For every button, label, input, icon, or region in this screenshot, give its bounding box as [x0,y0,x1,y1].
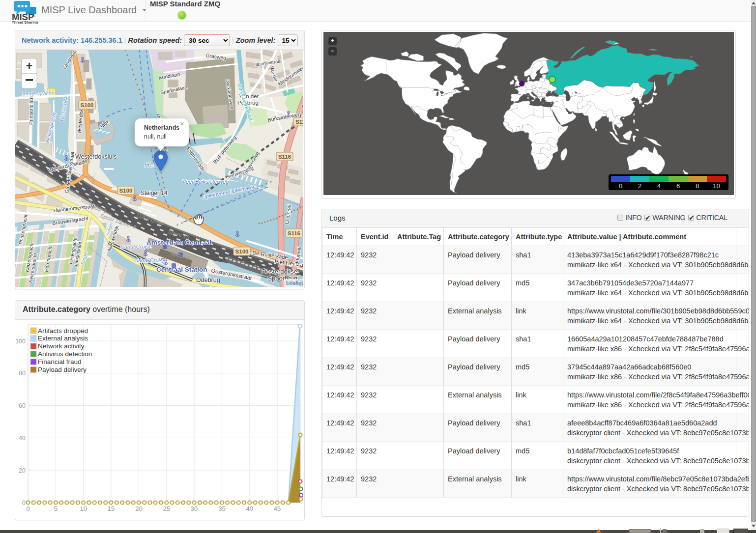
svg-text:Canal Cruise: Canal Cruise [120,244,152,250]
svg-text:Netherlands: Netherlands [144,124,179,131]
svg-text:30: 30 [191,505,198,512]
svg-text:Prinseneiland: Prinseneiland [28,93,34,125]
svg-text:S100: S100 [81,102,94,108]
svg-text:80: 80 [19,370,26,377]
svg-text:Canal Cruise: Canal Cruise [134,257,166,263]
svg-text:0: 0 [22,500,26,506]
svg-text:Artifacts dropped: Artifacts dropped [38,327,88,335]
svg-text:10: 10 [80,505,87,512]
svg-text:Steiger 14: Steiger 14 [141,190,168,196]
svg-text:Payload delivery: Payload delivery [38,366,87,373]
svg-text:45: 45 [274,505,281,512]
svg-text:Realengracht: Realengracht [22,90,54,96]
svg-text:40: 40 [19,435,26,442]
svg-text:Amsterdam Centraal: Amsterdam Centraal [146,239,211,246]
svg-text:S100: S100 [235,249,249,254]
svg-text:S116: S116 [278,154,291,160]
svg-text:Leaflet: Leaflet [286,280,303,286]
svg-text:×: × [180,119,184,128]
svg-text:Network activity: Network activity [38,342,85,350]
svg-text:15: 15 [108,505,115,512]
svg-text:Oosterdokse: Oosterdokse [261,268,297,275]
svg-text:20: 20 [135,505,142,512]
svg-text:Veer Buiksloterweg: Veer Buiksloterweg [182,179,229,185]
svg-text:60: 60 [19,402,26,409]
svg-text:25: 25 [163,505,170,512]
svg-text:S116: S116 [288,230,300,236]
svg-text:Financial fraud: Financial fraud [38,358,82,365]
svg-text:Threat Sharing: Threat Sharing [12,20,38,24]
svg-text:S100: S100 [119,188,133,194]
svg-text:5: 5 [54,505,58,512]
svg-text:External analysis: External analysis [38,335,88,342]
svg-text:Centraal Station: Centraal Station [156,266,207,273]
svg-text:35: 35 [218,505,225,512]
svg-text:100: 100 [15,338,26,345]
svg-text:Antivirus detection: Antivirus detection [38,350,92,358]
svg-text:40: 40 [246,505,253,512]
svg-text:+: + [26,59,32,72]
svg-text:0: 0 [26,505,29,512]
svg-text:null, null: null, null [144,133,167,140]
svg-text:Odebrug: Odebrug [196,277,220,283]
svg-text:20: 20 [19,467,26,474]
svg-text:S11: S11 [295,119,303,125]
